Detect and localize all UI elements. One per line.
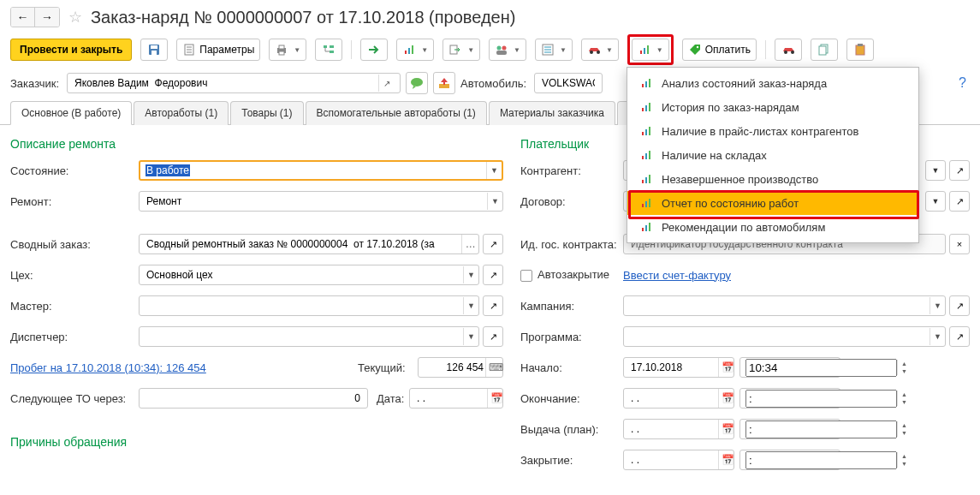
customer-input[interactable] [73,76,378,90]
post-and-close-button[interactable]: Провести и закрыть [10,39,132,61]
state-value: В работе [146,164,190,176]
doc-send-button[interactable]: ▼ [442,39,480,61]
menu-item-4[interactable]: Незавершенное производство [627,167,918,191]
menu-item-5[interactable]: Отчет по состоянию работ [627,191,918,215]
customer-field[interactable]: ↗ [67,73,401,93]
open-ext-button[interactable]: ↗ [949,191,970,212]
autoclose-checkbox[interactable] [520,270,532,282]
bar-chart-icon [638,43,651,57]
chevron-down-icon[interactable]: ▼ [486,162,502,179]
car-input[interactable] [540,76,597,90]
spinner-icon[interactable]: ▲▼ [897,391,911,406]
end-date-field[interactable]: 📅 [623,388,734,409]
campaign-field[interactable]: ▼ [623,295,946,316]
plan-date-field[interactable]: 📅 [623,419,734,439]
favorite-icon[interactable]: ☆ [68,8,82,27]
open-icon[interactable]: ↗ [378,75,395,92]
dispatcher-field[interactable]: ▼ [139,326,479,347]
calculator-icon[interactable]: ⌨ [485,358,502,377]
car-field[interactable] [534,73,603,93]
program-label: Программа: [520,331,623,343]
menu-item-0[interactable]: Анализ состояний заказ-наряда [627,71,918,95]
workshop-field[interactable]: ▼ [139,265,479,285]
chevron-down-icon[interactable]: ▼ [463,266,478,283]
open-ext-button[interactable]: ↗ [483,295,503,316]
pay-button[interactable]: Оплатить [682,39,757,61]
spinner-icon[interactable]: ▲▼ [897,360,911,375]
menu-item-6[interactable]: Рекомендации по автомобилям [627,215,918,239]
chevron-down-icon[interactable]: ▼ [930,328,945,345]
contragent-dd[interactable]: ▼ [925,160,946,181]
tab-works[interactable]: Авторaботы (1) [134,101,229,125]
menu-item-1[interactable]: История по заказ-нарядам [627,95,918,119]
open-ext-button[interactable]: ↗ [483,234,503,254]
start-time-field[interactable]: ▲▼ [739,357,840,378]
chevron-down-icon[interactable]: ▼ [487,193,502,210]
upload-button[interactable] [433,72,455,94]
master-field[interactable]: ▼ [139,295,479,316]
chevron-down-icon[interactable]: ▼ [463,297,478,314]
date-field[interactable]: 📅 [409,388,503,409]
users-button[interactable]: ▼ [489,39,526,61]
bar-chart-icon [639,124,653,138]
calendar-icon[interactable]: 📅 [718,450,734,469]
save-button[interactable] [140,39,168,61]
msg-button[interactable] [406,72,428,94]
list-button[interactable]: ▼ [535,39,573,61]
chart1-button[interactable]: ▼ [396,39,434,61]
ellipsis-icon[interactable]: … [461,235,478,253]
reports-dropdown-button[interactable]: ▼ [632,39,669,61]
close-time-field[interactable]: ▲▼ [739,450,840,470]
clipboard-button[interactable] [846,39,874,61]
help-icon[interactable]: ? [959,75,966,91]
calendar-icon[interactable]: 📅 [718,420,734,438]
copy-button[interactable] [811,39,838,61]
start-date-field[interactable]: 📅 [623,357,734,378]
nav-forward-button[interactable]: → [35,8,59,27]
svg-rect-38 [642,84,644,87]
summary-field[interactable]: … [139,234,479,254]
tab-goods[interactable]: Товары (1) [230,101,303,125]
invoice-link[interactable]: Ввести счет-фактуру [623,269,731,282]
spinner-icon[interactable]: ▲▼ [897,452,911,468]
open-ext-button[interactable]: ↗ [483,326,503,347]
tab-materials[interactable]: Материалы заказчика [489,101,615,125]
current-field[interactable]: ⌨ [418,357,503,378]
chevron-down-icon[interactable]: ▼ [930,297,945,314]
svg-rect-10 [324,45,327,48]
end-time-field[interactable]: ▲▼ [739,388,840,409]
open-ext-button[interactable]: ↗ [483,265,503,285]
car2-button[interactable] [775,39,802,61]
tab-main[interactable]: Основное (В работе) [10,101,132,125]
open-ext-button[interactable]: ↗ [949,295,970,316]
program-field[interactable]: ▼ [623,326,946,347]
print-button[interactable]: ▼ [269,39,306,61]
arrow-right-button[interactable] [360,39,388,61]
spinner-icon[interactable]: ▲▼ [897,421,911,437]
close-date-field[interactable]: 📅 [623,450,734,470]
open-ext-button[interactable]: ↗ [949,326,970,347]
state-field[interactable]: В работе▼ [139,160,503,181]
repair-field[interactable]: ▼ [139,191,503,212]
nav-back-button[interactable]: ← [11,8,35,27]
clear-button[interactable]: × [949,234,970,254]
car-button[interactable]: ▼ [581,39,619,61]
params-button[interactable]: Параметры [176,39,260,61]
tab-aux[interactable]: Вспомогательные автоработы (1) [306,101,487,125]
calendar-icon[interactable]: 📅 [718,358,734,377]
mileage-link[interactable]: Пробег на 17.10.2018 (10:34): 126 454 [10,361,358,374]
next-to-field[interactable] [139,388,368,409]
calendar-icon[interactable]: 📅 [718,389,734,408]
tree-button[interactable] [315,39,342,61]
svg-rect-49 [649,151,650,159]
menu-item-2[interactable]: Наличие в прайс-листах контрагентов [627,119,918,143]
bubble-icon [410,77,424,89]
calendar-icon[interactable]: 📅 [487,389,502,408]
contract-dd[interactable]: ▼ [925,191,946,212]
date-label: Дата: [368,392,409,405]
menu-item-3[interactable]: Наличие на складах [627,143,918,167]
chevron-down-icon[interactable]: ▼ [463,328,478,345]
reports-button-highlight: ▼ [627,34,674,65]
plan-time-field[interactable]: ▲▼ [739,419,840,439]
open-ext-button[interactable]: ↗ [949,160,970,181]
